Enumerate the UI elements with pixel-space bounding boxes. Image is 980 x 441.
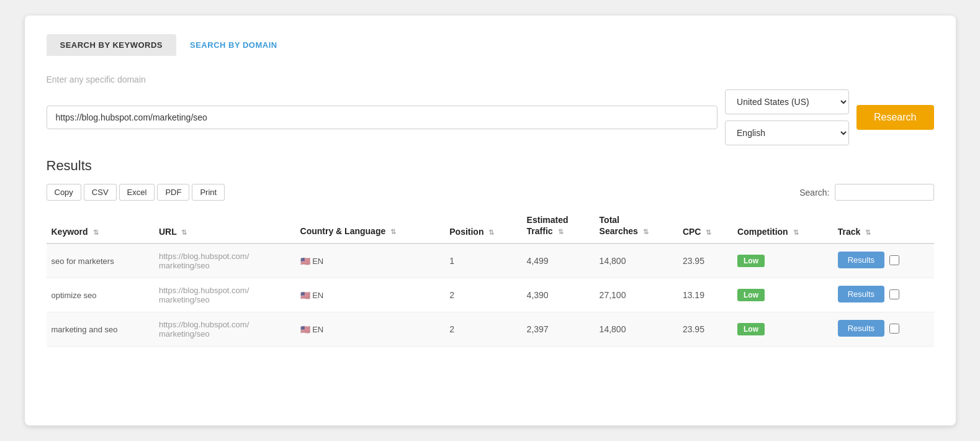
results-table: Keyword ⇅ URL ⇅ Country & Language ⇅ Pos… bbox=[47, 208, 934, 347]
cell-track: Results bbox=[833, 244, 934, 276]
competition-badge: Low bbox=[737, 289, 765, 301]
country-select[interactable]: United States (US) United Kingdom (UK) C… bbox=[725, 89, 849, 114]
flag-lang: 🇺🇸 EN bbox=[300, 291, 324, 300]
cell-country-lang: 🇺🇸 EN bbox=[295, 243, 445, 278]
sort-icon-country[interactable]: ⇅ bbox=[390, 227, 396, 236]
table-search: Search: bbox=[799, 184, 933, 201]
cell-position: 2 bbox=[444, 312, 521, 347]
flag-lang: 🇺🇸 EN bbox=[300, 325, 324, 334]
table-row: optimize seo https://blog.hubspot.com/ma… bbox=[47, 278, 934, 312]
table-row: seo for marketers https://blog.hubspot.c… bbox=[47, 243, 934, 278]
input-row: United States (US) United Kingdom (UK) C… bbox=[47, 89, 934, 145]
track-checkbox[interactable] bbox=[889, 255, 899, 265]
cell-track: Results bbox=[833, 312, 934, 344]
cell-traffic: 4,499 bbox=[522, 243, 595, 278]
cell-country-lang: 🇺🇸 EN bbox=[295, 278, 445, 312]
main-card: SEARCH BY KEYWORDS SEARCH BY DOMAIN Ente… bbox=[25, 16, 956, 425]
results-section: Results Copy CSV Excel PDF Print Search:… bbox=[47, 158, 934, 347]
track-checkbox[interactable] bbox=[889, 324, 899, 334]
cell-competition: Low bbox=[732, 312, 833, 347]
results-button[interactable]: Results bbox=[838, 320, 884, 337]
copy-button[interactable]: Copy bbox=[47, 184, 81, 201]
cell-cpc: 23.95 bbox=[678, 312, 732, 347]
results-button[interactable]: Results bbox=[838, 252, 884, 268]
cell-keyword: optimize seo bbox=[47, 278, 155, 312]
col-url: URL ⇅ bbox=[154, 208, 295, 243]
cell-position: 2 bbox=[444, 278, 521, 312]
sort-icon-keyword[interactable]: ⇅ bbox=[93, 229, 99, 237]
competition-badge: Low bbox=[737, 323, 765, 335]
tab-domain[interactable]: SEARCH BY DOMAIN bbox=[176, 34, 291, 56]
col-keyword: Keyword ⇅ bbox=[47, 208, 155, 243]
flag-lang: 🇺🇸 EN bbox=[300, 257, 324, 266]
cell-url: https://blog.hubspot.com/marketing/seo bbox=[154, 312, 295, 347]
cell-position: 1 bbox=[444, 243, 521, 278]
language-select[interactable]: English Spanish French German bbox=[725, 120, 849, 145]
competition-badge: Low bbox=[737, 255, 765, 267]
cell-country-lang: 🇺🇸 EN bbox=[295, 312, 445, 347]
research-button[interactable]: Research bbox=[856, 105, 933, 130]
col-position: Position ⇅ bbox=[444, 208, 521, 243]
cell-traffic: 2,397 bbox=[522, 312, 595, 347]
col-total-searches: TotalSearches ⇅ bbox=[595, 208, 678, 243]
tab-bar: SEARCH BY KEYWORDS SEARCH BY DOMAIN bbox=[47, 34, 934, 56]
tab-keywords[interactable]: SEARCH BY KEYWORDS bbox=[47, 34, 177, 56]
sort-icon-cpc[interactable]: ⇅ bbox=[706, 229, 711, 237]
track-checkbox[interactable] bbox=[889, 289, 899, 299]
input-section: Enter any specific domain United States … bbox=[47, 75, 934, 145]
col-cpc: CPC ⇅ bbox=[678, 208, 732, 243]
input-label: Enter any specific domain bbox=[47, 75, 934, 84]
cell-searches: 14,800 bbox=[595, 243, 678, 278]
sort-icon-url[interactable]: ⇅ bbox=[181, 229, 187, 237]
cell-competition: Low bbox=[732, 278, 833, 312]
results-button[interactable]: Results bbox=[838, 286, 884, 302]
cell-track: Results bbox=[833, 278, 934, 310]
sort-icon-position[interactable]: ⇅ bbox=[488, 229, 494, 237]
sort-icon-competition[interactable]: ⇅ bbox=[793, 229, 799, 237]
csv-button[interactable]: CSV bbox=[84, 184, 117, 201]
sort-icon-searches[interactable]: ⇅ bbox=[643, 227, 649, 236]
sort-icon-traffic[interactable]: ⇅ bbox=[558, 227, 564, 236]
cell-url: https://blog.hubspot.com/marketing/seo bbox=[154, 278, 295, 312]
print-button[interactable]: Print bbox=[192, 184, 225, 201]
table-search-input[interactable] bbox=[835, 184, 934, 201]
toolbar-buttons: Copy CSV Excel PDF Print bbox=[47, 184, 225, 201]
domain-input[interactable] bbox=[47, 106, 718, 129]
table-row: marketing and seo https://blog.hubspot.c… bbox=[47, 312, 934, 347]
selects-col: United States (US) United Kingdom (UK) C… bbox=[725, 89, 849, 145]
cell-traffic: 4,390 bbox=[522, 278, 595, 312]
cell-searches: 14,800 bbox=[595, 312, 678, 347]
pdf-button[interactable]: PDF bbox=[157, 184, 189, 201]
col-track: Track ⇅ bbox=[833, 208, 934, 243]
search-label: Search: bbox=[799, 188, 829, 198]
cell-cpc: 23.95 bbox=[678, 243, 732, 278]
cell-url: https://blog.hubspot.com/marketing/seo bbox=[154, 243, 295, 278]
results-toolbar: Copy CSV Excel PDF Print Search: bbox=[47, 184, 934, 201]
results-title: Results bbox=[47, 158, 934, 174]
cell-searches: 27,100 bbox=[595, 278, 678, 312]
col-est-traffic: EstimatedTraffic ⇅ bbox=[522, 208, 595, 243]
cell-cpc: 13.19 bbox=[678, 278, 732, 312]
sort-icon-track[interactable]: ⇅ bbox=[865, 229, 871, 237]
excel-button[interactable]: Excel bbox=[119, 184, 155, 201]
cell-keyword: marketing and seo bbox=[47, 312, 155, 347]
cell-competition: Low bbox=[732, 243, 833, 278]
col-competition: Competition ⇅ bbox=[732, 208, 833, 243]
cell-keyword: seo for marketers bbox=[47, 243, 155, 278]
col-country-lang: Country & Language ⇅ bbox=[295, 208, 445, 243]
